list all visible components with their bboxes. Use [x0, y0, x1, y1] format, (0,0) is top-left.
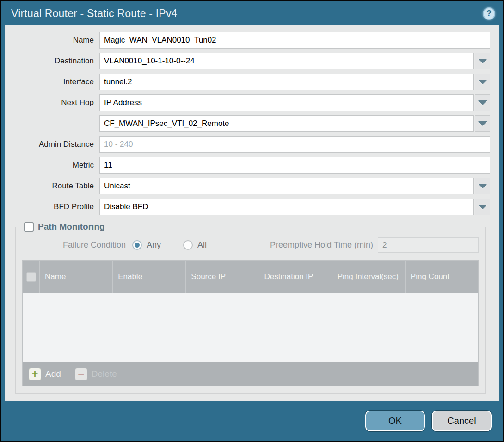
route-table-dropdown-button[interactable]	[475, 178, 490, 194]
metric-input[interactable]	[99, 157, 490, 174]
column-header-ping-count[interactable]: Ping Count	[406, 261, 478, 293]
path-monitoring-table-body	[23, 293, 478, 362]
bfd-profile-dropdown-button[interactable]	[475, 199, 490, 215]
plus-icon: +	[29, 368, 41, 380]
ok-button[interactable]: OK	[365, 411, 425, 431]
bfd-profile-label: BFD Profile	[12, 202, 99, 212]
minus-icon: −	[75, 368, 87, 380]
destination-label: Destination	[12, 56, 99, 66]
titlebar: Virtual Router - Static Route - IPv4 ?	[1, 1, 503, 25]
path-monitoring-options-row: Failure Condition Any All Preemptive Hol…	[22, 237, 479, 253]
interface-dropdown-button[interactable]	[475, 74, 490, 90]
column-header-enable[interactable]: Enable	[113, 261, 186, 293]
dialog-title: Virtual Router - Static Route - IPv4	[11, 7, 178, 20]
static-route-dialog: Virtual Router - Static Route - IPv4 ? N…	[1, 1, 503, 441]
failure-condition-all-option[interactable]: All	[183, 240, 207, 250]
failure-condition-label: Failure Condition	[22, 240, 132, 250]
delete-button[interactable]: − Delete	[75, 368, 117, 380]
chevron-down-icon	[478, 121, 487, 126]
next-hop-label: Next Hop	[12, 98, 99, 107]
chevron-down-icon	[478, 80, 487, 84]
form-row-route-table: Route Table	[12, 178, 490, 194]
bfd-profile-input[interactable]	[99, 199, 474, 215]
path-monitoring-checkbox[interactable]	[24, 222, 34, 232]
delete-button-label: Delete	[92, 369, 117, 379]
path-monitoring-legend: Path Monitoring	[23, 222, 109, 232]
form-row-interface: Interface	[12, 74, 490, 90]
form-row-destination: Destination	[12, 53, 490, 69]
next-hop-type-dropdown-button[interactable]	[475, 94, 490, 111]
form-row-next-hop-address	[12, 115, 490, 132]
select-all-checkbox[interactable]	[26, 272, 36, 282]
name-input[interactable]	[99, 32, 490, 49]
path-monitoring-table: Name Enable Source IP Destination IP Pin…	[22, 260, 479, 386]
radio-all-label: All	[197, 240, 207, 250]
route-table-input[interactable]	[99, 178, 474, 194]
form-row-metric: Metric	[12, 157, 490, 174]
column-header-name[interactable]: Name	[40, 261, 113, 293]
select-all-header-cell	[23, 261, 40, 293]
path-monitoring-title: Path Monitoring	[38, 222, 105, 232]
path-monitoring-section: Path Monitoring Failure Condition Any Al…	[15, 222, 486, 394]
cancel-button[interactable]: Cancel	[432, 411, 492, 431]
dialog-footer: OK Cancel	[1, 401, 503, 441]
radio-any-label: Any	[147, 240, 161, 250]
next-hop-address-input[interactable]	[99, 115, 474, 132]
column-header-source-ip[interactable]: Source IP	[186, 261, 259, 293]
interface-input[interactable]	[99, 74, 474, 90]
help-icon[interactable]: ?	[483, 7, 495, 20]
radio-all-icon[interactable]	[183, 240, 193, 250]
next-hop-type-input[interactable]	[99, 94, 474, 111]
admin-distance-label: Admin Distance	[12, 140, 99, 149]
column-header-ping-interval[interactable]: Ping Interval(sec)	[332, 261, 406, 293]
dialog-content: Name Destination Interface	[5, 25, 499, 401]
chevron-down-icon	[478, 100, 487, 105]
form-row-next-hop: Next Hop	[12, 94, 490, 111]
failure-condition-any-option[interactable]: Any	[132, 240, 161, 250]
form-row-admin-distance: Admin Distance	[12, 136, 490, 153]
chevron-down-icon	[478, 184, 487, 188]
metric-label: Metric	[12, 161, 99, 170]
path-monitoring-table-toolbar: + Add − Delete	[23, 362, 478, 386]
path-monitoring-table-header: Name Enable Source IP Destination IP Pin…	[23, 261, 478, 293]
form-row-name: Name	[12, 32, 490, 49]
interface-label: Interface	[12, 77, 99, 87]
destination-dropdown-button[interactable]	[475, 53, 490, 69]
chevron-down-icon	[478, 59, 487, 63]
next-hop-address-dropdown-button[interactable]	[475, 115, 490, 132]
chevron-down-icon	[478, 205, 487, 209]
form-row-bfd-profile: BFD Profile	[12, 199, 490, 215]
column-header-destination-ip[interactable]: Destination IP	[259, 261, 332, 293]
add-button[interactable]: + Add	[29, 368, 61, 380]
route-table-label: Route Table	[12, 181, 99, 191]
add-button-label: Add	[45, 369, 61, 379]
preemptive-hold-time-input[interactable]	[378, 237, 479, 253]
preemptive-hold-time-label: Preemptive Hold Time (min)	[270, 240, 378, 250]
name-label: Name	[12, 36, 99, 45]
admin-distance-input[interactable]	[99, 136, 490, 153]
destination-input[interactable]	[99, 53, 474, 69]
dialog-window: Virtual Router - Static Route - IPv4 ? N…	[0, 0, 504, 442]
radio-any-icon[interactable]	[132, 240, 142, 250]
